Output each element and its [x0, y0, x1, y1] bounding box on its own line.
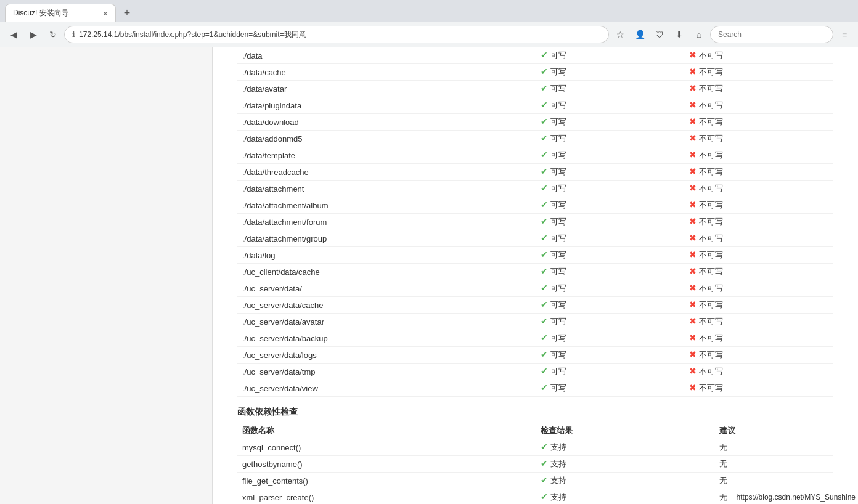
check-icon: ✔	[541, 150, 548, 160]
info-icon: ℹ	[72, 30, 75, 39]
shield-button[interactable]: 🛡	[651, 26, 668, 43]
table-row: ./data/threadcache ✔可写 ✖不可写	[237, 164, 833, 181]
table-row: mysql_connect() ✔支持 无	[237, 439, 833, 456]
write-status: ✔可写	[536, 147, 685, 164]
file-path: ./uc_server/data/backup	[237, 330, 536, 347]
notwrite-status: ✖不可写	[684, 230, 833, 247]
tab-close-button[interactable]: ×	[103, 9, 108, 18]
main-content: ./data ✔可写 ✖不可写 ./data/cache ✔可写 ✖不可写 ./…	[213, 47, 858, 504]
func-result: ✔支持	[536, 456, 714, 473]
write-status: ✔可写	[536, 380, 685, 397]
notwrite-status: ✖不可写	[684, 380, 833, 397]
check-icon: ✔	[541, 283, 548, 293]
write-status: ✔可写	[536, 230, 685, 247]
func-name: mysql_connect()	[237, 439, 536, 456]
notwrite-status: ✖不可写	[684, 147, 833, 164]
check-icon: ✔	[541, 83, 548, 93]
file-path: ./data/log	[237, 247, 536, 264]
notwrite-status: ✖不可写	[684, 247, 833, 264]
table-row: ./data/plugindata ✔可写 ✖不可写	[237, 97, 833, 114]
write-status: ✔可写	[536, 214, 685, 230]
profile-button[interactable]: 👤	[631, 26, 648, 43]
file-path: ./uc_server/data/	[237, 280, 536, 297]
function-section-title: 函数依赖性检查	[237, 397, 833, 423]
table-row: ./uc_server/data/logs ✔可写 ✖不可写	[237, 347, 833, 364]
notwrite-status: ✖不可写	[684, 330, 833, 347]
write-status: ✔可写	[536, 247, 685, 264]
func-result: ✔支持	[536, 489, 714, 505]
notwrite-status: ✖不可写	[684, 131, 833, 147]
menu-button[interactable]: ≡	[836, 26, 853, 43]
tab-title: Discuz! 安装向导	[13, 8, 69, 18]
file-path: ./data/download	[237, 114, 536, 131]
cross-icon: ✖	[689, 150, 697, 160]
write-status: ✔可写	[536, 47, 685, 64]
file-path: ./uc_server/data/avatar	[237, 314, 536, 330]
table-row: ./uc_server/data/cache ✔可写 ✖不可写	[237, 297, 833, 314]
bookmark-button[interactable]: ☆	[611, 26, 629, 43]
table-row: ./data/attachment ✔可写 ✖不可写	[237, 181, 833, 197]
func-suggestion: 无	[714, 473, 833, 489]
browser-tab[interactable]: Discuz! 安装向导 ×	[5, 4, 116, 22]
table-row: ./data/download ✔可写 ✖不可写	[237, 114, 833, 131]
cross-icon: ✖	[689, 366, 697, 376]
check-icon: ✔	[541, 183, 548, 193]
forward-icon: ▶	[30, 30, 37, 39]
cross-icon: ✖	[689, 283, 697, 293]
cross-icon: ✖	[689, 383, 697, 392]
cross-icon: ✖	[689, 299, 697, 309]
refresh-icon: ↻	[49, 30, 57, 39]
function-table-header: 函数名称 检查结果 建议	[237, 423, 833, 439]
home-button[interactable]: ⌂	[690, 26, 708, 43]
table-row: ./data/template ✔可写 ✖不可写	[237, 147, 833, 164]
notwrite-status: ✖不可写	[684, 297, 833, 314]
table-row: ./uc_server/data/tmp ✔可写 ✖不可写	[237, 364, 833, 380]
check-icon: ✔	[541, 366, 548, 376]
notwrite-status: ✖不可写	[684, 97, 833, 114]
check-icon: ✔	[541, 166, 548, 176]
browser-chrome: Discuz! 安装向导 × + ◀ ▶ ↻ ℹ 172.25.14.1/bbs…	[0, 0, 858, 47]
search-input[interactable]	[710, 26, 833, 43]
cross-icon: ✖	[689, 233, 697, 243]
write-status: ✔可写	[536, 314, 685, 330]
func-result: ✔支持	[536, 439, 714, 456]
tab-bar: Discuz! 安装向导 × +	[0, 0, 858, 22]
notwrite-status: ✖不可写	[684, 347, 833, 364]
file-path: ./data/plugindata	[237, 97, 536, 114]
file-path: ./data/attachment/forum	[237, 214, 536, 230]
file-path: ./data/addonmd5	[237, 131, 536, 147]
address-bar[interactable]: ℹ 172.25.14.1/bbs/install/index.php?step…	[64, 26, 609, 43]
func-name: gethostbyname()	[237, 456, 536, 473]
write-status: ✔可写	[536, 280, 685, 297]
table-row: ./uc_server/data/ ✔可写 ✖不可写	[237, 280, 833, 297]
write-status: ✔可写	[536, 197, 685, 214]
cross-icon: ✖	[689, 266, 697, 276]
cross-icon: ✖	[689, 349, 697, 359]
file-path: ./data/template	[237, 147, 536, 164]
table-row: ./uc_server/data/backup ✔可写 ✖不可写	[237, 330, 833, 347]
check-icon: ✔	[541, 266, 548, 276]
check-icon: ✔	[541, 116, 548, 126]
check-icon: ✔	[541, 100, 548, 110]
check-icon: ✔	[541, 233, 548, 243]
write-status: ✔可写	[536, 64, 685, 81]
check-icon: ✔	[541, 67, 548, 76]
write-status: ✔可写	[536, 181, 685, 197]
table-row: ./uc_server/data/avatar ✔可写 ✖不可写	[237, 314, 833, 330]
new-tab-button[interactable]: +	[118, 4, 136, 22]
table-row: file_get_contents() ✔支持 无	[237, 473, 833, 489]
write-status: ✔可写	[536, 164, 685, 181]
forward-button[interactable]: ▶	[25, 26, 42, 43]
file-path: ./data/threadcache	[237, 164, 536, 181]
cross-icon: ✖	[689, 133, 697, 143]
write-status: ✔可写	[536, 97, 685, 114]
refresh-button[interactable]: ↻	[44, 26, 62, 43]
cross-icon: ✖	[689, 216, 697, 226]
back-icon: ◀	[10, 30, 17, 39]
back-button[interactable]: ◀	[5, 26, 22, 43]
file-path: ./uc_server/data/logs	[237, 347, 536, 364]
notwrite-status: ✖不可写	[684, 114, 833, 131]
cross-icon: ✖	[689, 200, 697, 209]
download-button[interactable]: ⬇	[671, 26, 688, 43]
check-icon: ✔	[541, 383, 548, 392]
